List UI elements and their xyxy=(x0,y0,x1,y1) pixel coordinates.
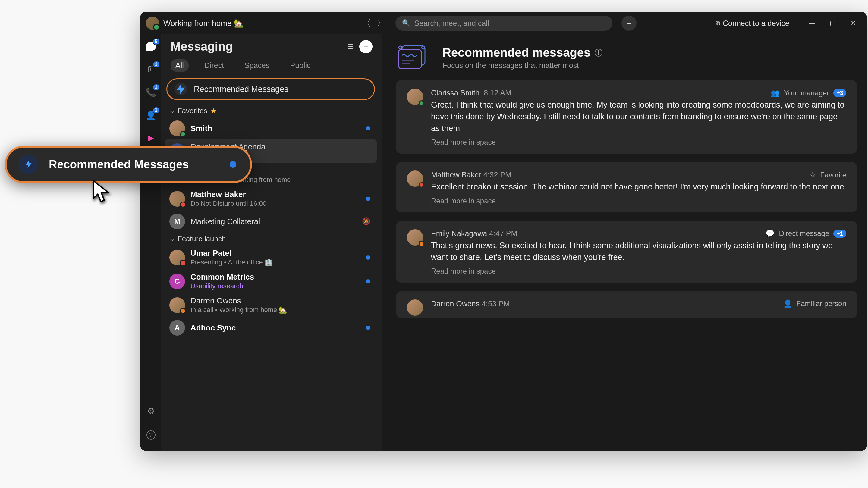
recommended-messages-button[interactable]: Recommended Messages xyxy=(166,78,375,100)
tab-all[interactable]: All xyxy=(170,59,189,72)
list-item[interactable]: M Marketing Collateral 🔕 xyxy=(161,210,380,232)
rail-settings[interactable]: ⚙ xyxy=(144,404,158,418)
item-subtitle: In a call • Working from home 🏡 xyxy=(190,306,372,314)
header-illustration-icon xyxy=(396,43,432,73)
new-message-button[interactable]: ＋ xyxy=(359,40,373,53)
rail-help[interactable]: ? xyxy=(144,428,158,442)
message-card[interactable]: Matthew Baker 4:32 PM ☆ Favorite Excelle… xyxy=(396,162,857,212)
list-item[interactable]: Smith xyxy=(161,118,380,139)
card-tag-extra: +1 xyxy=(833,230,846,238)
avatar xyxy=(169,191,185,207)
message-card[interactable]: Clarissa Smith 8:12 AM 👥 Your manager +3… xyxy=(396,80,857,154)
search-input[interactable]: 🔍 Search, meet, and call xyxy=(396,16,613,31)
list-item[interactable]: Darren Owens In a call • Working from ho… xyxy=(161,293,380,317)
avatar: C xyxy=(169,273,185,289)
user-avatar[interactable] xyxy=(146,17,159,30)
avatar xyxy=(407,299,423,316)
lightning-icon xyxy=(175,83,187,96)
cursor-icon xyxy=(90,180,112,205)
unread-dot-icon xyxy=(366,279,370,284)
card-tag-extra: +3 xyxy=(833,89,846,97)
message-card[interactable]: Emily Nakagawa 4:47 PM 💬 Direct message … xyxy=(396,221,857,283)
unread-dot-icon xyxy=(230,161,236,168)
nav-back-icon[interactable]: 〈 xyxy=(362,18,371,29)
gear-icon: ⚙ xyxy=(147,406,155,416)
app-body: 5 🗓 1 📞 1 👤 1 ▶ ⋯ xyxy=(141,34,867,451)
vidmeet-icon: ▶ xyxy=(148,134,154,142)
maximize-icon[interactable]: ▢ xyxy=(830,19,836,27)
presence-dnd-icon xyxy=(180,201,186,207)
card-message: Excellent breakout session. The webinar … xyxy=(431,181,846,193)
familiar-person-icon: 👤 xyxy=(783,299,792,308)
sidebar-title: Messaging xyxy=(170,40,233,53)
unread-dot-icon xyxy=(366,197,370,201)
sidebar-tabs: All Direct Spaces Public xyxy=(161,56,381,77)
minimize-icon[interactable]: — xyxy=(809,19,815,27)
svg-point-4 xyxy=(399,46,402,49)
info-icon[interactable]: i xyxy=(595,49,602,57)
new-button[interactable]: ＋ xyxy=(621,16,637,31)
section-feature-launch[interactable]: ⌄ Feature launch xyxy=(161,232,380,246)
filter-icon[interactable]: ☰ xyxy=(348,43,354,51)
rail-webinar[interactable]: ▶ xyxy=(144,131,158,144)
read-more-link[interactable]: Read more in space xyxy=(431,267,846,275)
card-tag: Direct message xyxy=(779,229,829,238)
history-nav: 〈 〉 xyxy=(362,18,385,29)
presence-busy-icon xyxy=(418,241,424,247)
feature-launch-label: Feature launch xyxy=(178,235,226,243)
avatar xyxy=(169,250,185,265)
title-bar: Working from home 🏡 〈 〉 🔍 Search, meet, … xyxy=(141,12,867,34)
tab-direct[interactable]: Direct xyxy=(199,59,229,72)
card-time: 4:32 PM xyxy=(484,170,512,179)
read-more-link[interactable]: Read more in space xyxy=(431,138,846,147)
item-title: Common Metrics xyxy=(190,272,361,282)
item-subtitle: Do Not Disturb until 16:00 xyxy=(190,200,361,207)
nav-forward-icon[interactable]: 〉 xyxy=(377,18,385,29)
close-icon[interactable]: ✕ xyxy=(850,19,856,27)
rail-contacts[interactable]: 👤 1 xyxy=(144,108,158,122)
card-sender: Matthew Baker xyxy=(431,170,481,179)
svg-point-5 xyxy=(422,46,425,49)
item-subtitle: Presenting • At the office 🏢 xyxy=(190,258,361,266)
list-item[interactable]: Matthew Baker Do Not Disturb until 16:00 xyxy=(161,187,380,210)
connect-device-button[interactable]: ⎚ Connect to a device xyxy=(716,19,789,28)
presence-call-icon xyxy=(180,308,186,314)
list-item[interactable]: C Common Metrics Usability research xyxy=(161,269,380,293)
calendar-badge: 1 xyxy=(153,61,160,68)
app-window: Working from home 🏡 〈 〉 🔍 Search, meet, … xyxy=(141,12,867,451)
list-item[interactable]: A Adhoc Sync xyxy=(161,317,380,338)
presence-available-icon xyxy=(180,131,186,137)
item-subtitle: Usability research xyxy=(190,282,243,290)
tab-public[interactable]: Public xyxy=(285,59,315,72)
item-title: Marketing Collateral xyxy=(190,217,356,226)
message-card[interactable]: Darren Owens 4:53 PM 👤 Familiar person xyxy=(396,291,857,318)
working-status[interactable]: Working from home 🏡 xyxy=(163,19,244,28)
main-subtitle: Focus on the messages that matter most. xyxy=(442,61,602,70)
tab-spaces[interactable]: Spaces xyxy=(240,59,274,72)
calls-badge: 1 xyxy=(153,84,160,91)
manager-icon: 👥 xyxy=(771,89,780,97)
favorite-icon: ☆ xyxy=(809,171,816,179)
section-favorites[interactable]: ⌄ Favorites ★ xyxy=(161,104,380,118)
read-more-link[interactable]: Read more in space xyxy=(431,197,846,205)
device-icon: ⎚ xyxy=(716,19,720,27)
search-icon: 🔍 xyxy=(402,19,410,27)
list-item[interactable]: Umar Patel Presenting • At the office 🏢 xyxy=(161,246,380,269)
item-title: Smith xyxy=(190,124,361,133)
card-sender: Darren Owens xyxy=(431,299,479,308)
card-time: 8:12 AM xyxy=(484,89,512,97)
presence-available-icon xyxy=(418,100,424,106)
chevron-down-icon: ⌄ xyxy=(170,236,175,242)
message-cards-list: Clarissa Smith 8:12 AM 👥 Your manager +3… xyxy=(381,78,867,451)
main-title: Recommended messages xyxy=(442,46,590,59)
star-icon: ★ xyxy=(210,107,217,115)
recommended-messages-callout[interactable]: Recommended Messages xyxy=(5,146,252,183)
recommended-messages-label: Recommended Messages xyxy=(194,85,288,94)
rail-messaging[interactable]: 5 xyxy=(144,40,158,53)
search-placeholder: Search, meet, and call xyxy=(414,19,490,28)
card-sender: Clarissa Smith xyxy=(431,89,479,97)
card-time: 4:53 PM xyxy=(482,299,510,308)
rail-calendar[interactable]: 🗓 1 xyxy=(144,63,158,76)
svg-rect-1 xyxy=(398,50,421,69)
rail-calls[interactable]: 📞 1 xyxy=(144,86,158,99)
